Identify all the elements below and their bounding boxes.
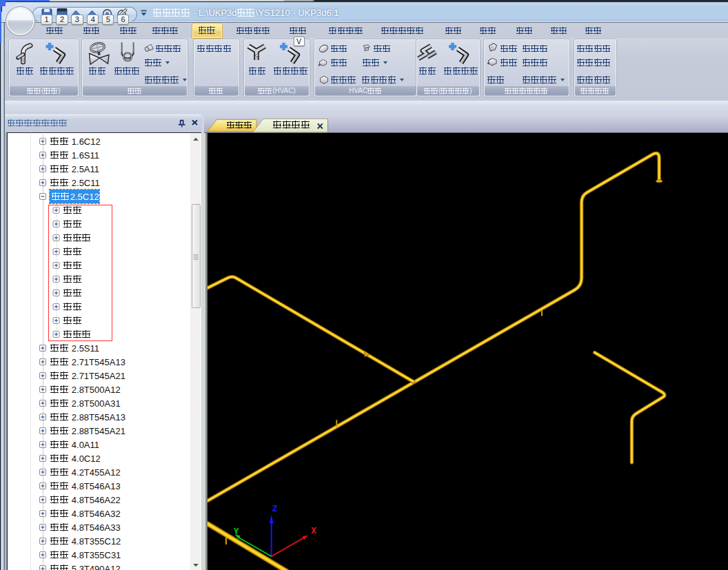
svg-text:X: X [311,526,316,536]
svg-text:Z: Z [272,504,278,514]
svg-text:Y: Y [234,526,239,536]
